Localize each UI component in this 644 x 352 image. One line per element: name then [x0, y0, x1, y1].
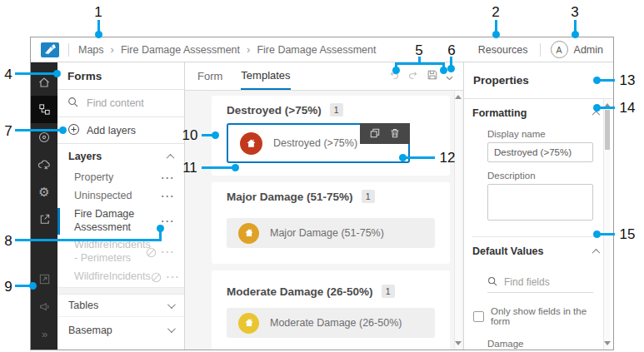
annotation-12: 12	[437, 150, 458, 166]
redo-icon[interactable]	[407, 69, 419, 84]
annotation-2: 2	[490, 4, 502, 21]
template-count-badge: 1	[362, 190, 375, 203]
basemap-label: Basemap	[68, 325, 112, 336]
sidebar-item-geofences[interactable]	[31, 123, 57, 151]
group-title: Major Damage (51-75%)	[227, 191, 353, 203]
annotation-dot	[59, 126, 67, 134]
annotation-line	[15, 129, 60, 131]
formatting-section-header[interactable]: Formatting	[472, 103, 602, 123]
tab-form[interactable]: Form	[197, 62, 222, 90]
sidebar-item-offline[interactable]	[31, 151, 57, 178]
not-supported-icon	[151, 272, 162, 283]
scroll-up-arrow[interactable]	[455, 95, 462, 99]
offline-cloud-icon	[37, 158, 51, 171]
annotation-13: 13	[617, 72, 638, 89]
description-field[interactable]	[487, 184, 593, 221]
delete-icon[interactable]	[390, 126, 400, 141]
duplicate-icon[interactable]	[370, 126, 380, 141]
sidebar-item-settings[interactable]: ⚙	[31, 178, 57, 206]
tables-section-header[interactable]: Tables	[57, 295, 184, 317]
annotation-dot	[593, 77, 601, 84]
template-card-moderate-damage[interactable]: Moderate Damage (26-50%)	[227, 308, 435, 338]
checkbox-label: Only show fields in the form	[491, 306, 602, 326]
breadcrumb-layer-name: Fire Damage Assessment	[257, 44, 376, 56]
properties-scrollbar[interactable]	[603, 99, 611, 350]
geofence-icon	[37, 131, 51, 144]
sidebar-item-forms[interactable]	[31, 96, 57, 123]
checkbox-icon[interactable]	[473, 311, 484, 322]
avatar[interactable]: A	[551, 41, 568, 58]
chevron-up-icon	[167, 153, 175, 161]
annotation-line	[15, 72, 54, 75]
sidebar-item-feedback[interactable]	[31, 293, 57, 320]
moderate-damage-symbol-icon	[238, 313, 259, 334]
find-fields-search[interactable]: Find fields	[487, 272, 593, 293]
search-input[interactable]	[85, 97, 168, 110]
find-fields-placeholder: Find fields	[504, 276, 550, 288]
collapse-chevrons-icon: »	[42, 328, 47, 340]
divider	[68, 43, 69, 57]
overflow-menu-icon[interactable]: ···	[167, 271, 181, 283]
annotation-dot	[447, 65, 455, 72]
annotation-dot	[572, 31, 579, 38]
annotation-dot	[53, 70, 61, 77]
tab-templates[interactable]: Templates	[241, 62, 290, 90]
major-damage-symbol-icon	[238, 223, 259, 244]
selected-layer-indicator	[57, 208, 60, 235]
annotation-dot	[157, 225, 164, 232]
group-title: Destroyed (>75%)	[227, 104, 322, 117]
annotation-line	[15, 239, 162, 241]
scrollbar-thumb[interactable]	[605, 110, 610, 150]
overflow-menu-icon[interactable]: ···	[162, 246, 176, 258]
layer-item-fire-damage-assessment[interactable]: Fire Damage Assessment ···	[57, 206, 184, 237]
only-show-fields-checkbox-row[interactable]: Only show fields in the form	[473, 306, 602, 326]
resources-link[interactable]: Resources	[478, 44, 528, 56]
breadcrumb-map-name[interactable]: Fire Damage Assessment	[121, 44, 240, 56]
section-divider	[57, 287, 184, 295]
annotation-line	[15, 285, 30, 287]
field-maps-logo[interactable]	[41, 42, 59, 57]
template-label: Major Damage (51-75%)	[270, 227, 384, 239]
display-name-label: Display name	[487, 129, 602, 139]
scroll-down-arrow[interactable]	[604, 341, 611, 345]
destroyed-symbol-icon	[240, 132, 262, 155]
admin-menu[interactable]: Admin	[574, 44, 603, 56]
sidebar-item-sharing[interactable]	[31, 206, 57, 233]
template-card-major-damage[interactable]: Major Damage (51-75%)	[227, 218, 435, 248]
layers-section-header[interactable]: Layers	[57, 144, 184, 169]
annotation-10: 10	[180, 127, 200, 144]
default-values-section-header[interactable]: Default Values	[472, 241, 602, 261]
search-icon	[67, 97, 78, 110]
chevron-up-icon	[592, 248, 601, 256]
find-content-search[interactable]	[57, 90, 184, 117]
tables-label: Tables	[68, 300, 98, 311]
layer-name: Uninspected	[74, 190, 162, 203]
template-card-destroyed[interactable]: Destroyed (>75%)	[227, 123, 410, 163]
breadcrumb-maps[interactable]: Maps	[78, 44, 104, 56]
annotation-4: 4	[2, 67, 15, 83]
description-label: Description	[487, 171, 602, 181]
chevron-down-icon	[167, 325, 176, 333]
templates-panel: Form Templates Destroyed (>75%) 1	[185, 62, 464, 350]
forms-builder-icon	[38, 103, 51, 116]
section-divider	[472, 236, 602, 237]
save-icon[interactable]	[427, 69, 438, 84]
display-name-field[interactable]	[487, 142, 593, 162]
annotation-line	[395, 62, 445, 65]
scroll-down-arrow[interactable]	[455, 341, 462, 345]
overflow-menu-icon[interactable]: ···	[162, 191, 176, 202]
add-layers-button[interactable]: Add layers	[57, 117, 184, 144]
templates-scrollbar[interactable]	[454, 91, 462, 350]
properties-title: Properties	[464, 62, 613, 99]
basemap-section-header[interactable]: Basemap	[57, 317, 184, 343]
annotation-dot	[212, 131, 219, 139]
sidebar-item-collapse[interactable]: »	[31, 320, 57, 348]
layer-item-property[interactable]: Property ···	[57, 169, 184, 187]
forms-panel: Forms Add layers Layers Property ··· Uni…	[57, 62, 185, 350]
annotation-dot	[593, 104, 601, 112]
breadcrumb: Maps › Fire Damage Assessment › Fire Dam…	[78, 43, 376, 56]
annotation-line	[599, 107, 615, 109]
layer-item-uninspected[interactable]: Uninspected ···	[57, 187, 184, 206]
overflow-menu-icon[interactable]: ···	[162, 172, 176, 184]
layer-name: WildfireIncidents - Perimeters	[74, 239, 146, 265]
